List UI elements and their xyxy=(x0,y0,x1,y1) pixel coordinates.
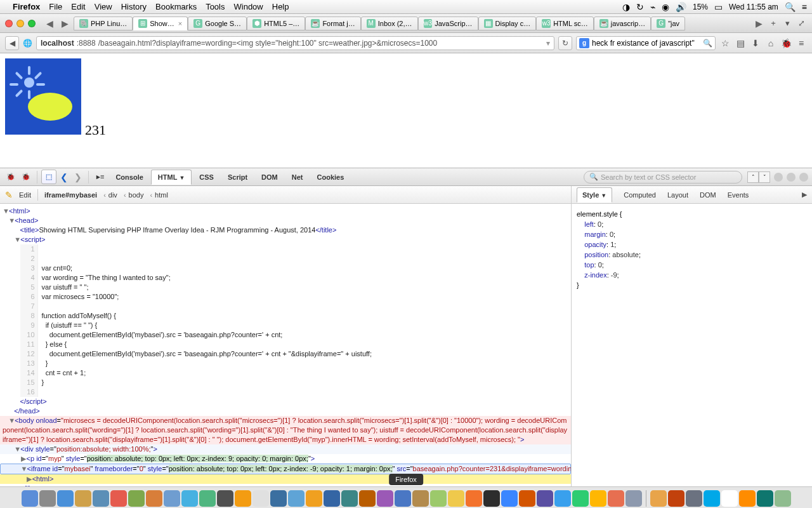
firebug-menu-icon[interactable]: 🐞 xyxy=(4,170,18,184)
sidebar-back-icon[interactable]: ◀ xyxy=(43,17,56,30)
bookmark-star-icon[interactable]: ☆ xyxy=(719,37,731,49)
browser-tab[interactable]: ☕javascrip… xyxy=(594,17,651,30)
browser-tab[interactable]: ☕Format j… xyxy=(305,17,360,30)
browser-tab[interactable]: w3JavaScrip… xyxy=(418,17,478,30)
inspect-element-button[interactable]: ⬚ xyxy=(41,170,56,184)
dock-app[interactable] xyxy=(181,490,198,507)
downloads-icon[interactable]: ⬇ xyxy=(750,37,761,49)
dock-app[interactable] xyxy=(270,490,287,507)
dock-app[interactable] xyxy=(93,490,109,507)
firebug-icon[interactable]: 🐞 xyxy=(780,37,792,49)
dock-app[interactable] xyxy=(466,490,482,507)
tab-cookies[interactable]: Cookies xyxy=(311,170,351,184)
html-source-pane[interactable]: ▼<html> ▼<head> <title>Showing HTML Supe… xyxy=(0,204,571,486)
dock-app[interactable] xyxy=(721,490,738,507)
dock-app[interactable] xyxy=(757,490,773,507)
dock-app[interactable] xyxy=(572,490,589,507)
side-tab-events[interactable]: Events xyxy=(728,191,749,199)
crumb-html[interactable]: html xyxy=(155,191,168,199)
identity-icon[interactable]: 🌐 xyxy=(23,39,32,48)
menu-history[interactable]: History xyxy=(121,2,147,11)
dock-app[interactable] xyxy=(22,490,38,507)
readinglist-icon[interactable]: ▤ xyxy=(735,37,746,49)
dock-app[interactable] xyxy=(625,490,642,507)
dock-app[interactable] xyxy=(252,490,269,507)
minimize-window-button[interactable] xyxy=(16,20,24,27)
dock-app[interactable] xyxy=(128,490,145,507)
dock-app[interactable] xyxy=(359,490,376,507)
browser-tab[interactable]: ⊞Show…× xyxy=(133,17,188,30)
crumb-div[interactable]: div xyxy=(108,191,117,199)
app-name[interactable]: Firefox xyxy=(13,2,40,11)
dock-app[interactable] xyxy=(146,490,162,507)
browser-tab[interactable]: 🐘PHP Linu… xyxy=(74,17,133,30)
menu-tools[interactable]: Tools xyxy=(206,2,225,11)
sidebar-fwd-icon[interactable]: ▶ xyxy=(58,17,71,30)
sync-icon[interactable]: ◑ xyxy=(622,2,630,12)
firebug-toggle-icon[interactable]: 🐞 xyxy=(19,170,33,184)
menu-file[interactable]: File xyxy=(49,2,62,11)
crumb-body[interactable]: body xyxy=(129,191,144,199)
dock-app[interactable] xyxy=(75,490,91,507)
close-tab-icon[interactable]: × xyxy=(178,20,182,27)
menu-icon[interactable]: ≡ xyxy=(796,37,807,49)
dock-app[interactable] xyxy=(704,490,720,507)
browser-tab[interactable]: G"jav xyxy=(651,17,685,30)
dock-app[interactable] xyxy=(668,490,684,507)
browser-tab[interactable]: MInbox (2,… xyxy=(361,17,418,30)
dock-app[interactable] xyxy=(412,490,429,507)
dock-app[interactable] xyxy=(739,490,756,507)
dropdown-icon[interactable]: ▾ xyxy=(546,39,550,48)
side-tab-layout[interactable]: Layout xyxy=(667,191,688,199)
dock-app[interactable] xyxy=(199,490,216,507)
dock-app[interactable] xyxy=(448,490,464,507)
dock-app[interactable] xyxy=(554,490,571,507)
zoom-window-button[interactable] xyxy=(28,20,36,27)
side-more-icon[interactable]: ▶ xyxy=(802,190,807,199)
dock-app[interactable] xyxy=(235,490,251,507)
dock-app[interactable] xyxy=(686,490,702,507)
close-window-button[interactable] xyxy=(5,20,13,27)
dock-app[interactable] xyxy=(57,490,74,507)
dock-app[interactable] xyxy=(341,490,358,507)
dock-app[interactable] xyxy=(775,490,791,507)
dock-app[interactable] xyxy=(306,490,322,507)
reload-button[interactable]: ↻ xyxy=(558,36,572,50)
close-devtools-icon[interactable] xyxy=(799,173,808,182)
dock-app[interactable] xyxy=(501,490,518,507)
dock-app[interactable] xyxy=(430,490,447,507)
tab-console[interactable]: Console xyxy=(109,170,149,184)
dock-app[interactable] xyxy=(39,490,56,507)
dock-app[interactable] xyxy=(288,490,304,507)
fullscreen-button[interactable]: ⤢ xyxy=(796,18,807,28)
browser-tab[interactable]: ▦Display c… xyxy=(478,17,537,30)
dock-app[interactable] xyxy=(217,490,233,507)
dock-app[interactable] xyxy=(650,490,667,507)
detach-icon[interactable] xyxy=(787,173,796,182)
edit-wand-icon[interactable]: ✎ xyxy=(5,190,13,200)
list-tabs-button[interactable]: ▾ xyxy=(782,18,793,28)
clock[interactable]: Wed 11:55 am xyxy=(729,3,778,11)
browser-tab[interactable]: ⬢HTML5 –… xyxy=(247,17,305,30)
bluetooth-icon[interactable]: ⌁ xyxy=(650,2,655,12)
dock-app[interactable] xyxy=(377,490,393,507)
dock-app[interactable] xyxy=(519,490,535,507)
dock-app[interactable] xyxy=(110,490,127,507)
timemachine-icon[interactable]: ↻ xyxy=(636,2,644,12)
tab-dom[interactable]: DOM xyxy=(255,170,284,184)
edit-button[interactable]: Edit xyxy=(19,191,31,199)
search-prev-button[interactable]: ˄ xyxy=(747,171,759,183)
search-next-button[interactable]: ˅ xyxy=(759,171,770,183)
minimize-icon[interactable] xyxy=(774,173,783,182)
wifi-icon[interactable]: ◉ xyxy=(662,2,669,12)
command-line-icon[interactable]: ▸≡ xyxy=(93,170,108,184)
side-tab-style[interactable]: Style▼ xyxy=(577,187,612,203)
history-forward-button[interactable]: ❯ xyxy=(72,172,84,182)
crumb-iframe[interactable]: iframe#mybasei xyxy=(44,191,97,199)
spotlight-icon[interactable]: 🔍 xyxy=(785,2,796,12)
browser-tab[interactable]: GGoogle S… xyxy=(188,17,247,30)
devtools-search[interactable]: 🔍 Search by text or CSS selector xyxy=(584,171,742,184)
menu-help[interactable]: Help xyxy=(272,2,289,11)
dock-app[interactable] xyxy=(483,490,500,507)
menu-edit[interactable]: Edit xyxy=(71,2,85,11)
